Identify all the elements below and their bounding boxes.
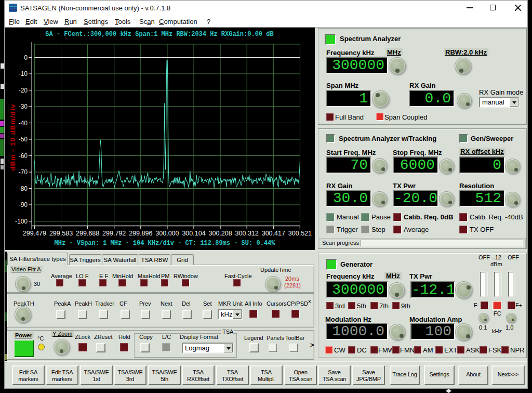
svg-text:-10: -10	[19, 70, 28, 77]
svg-text:MHz - VSpan: 1 MHz - 104 KHz/d: MHz - VSpan: 1 MHz - 104 KHz/div - CT: 1…	[55, 240, 276, 247]
svg-text:-80: -80	[19, 185, 28, 192]
svg-text:-40: -40	[19, 120, 28, 127]
svg-text:300.000: 300.000	[155, 230, 179, 237]
svg-text:SA - FCent.:300,000 kHz Span:1: SA - FCent.:300,000 kHz Span:1 MHz RBW:2…	[45, 31, 273, 38]
svg-text:dBm - 10 dBm/div: dBm - 10 dBm/div	[9, 104, 17, 171]
svg-text:300.208: 300.208	[209, 230, 232, 237]
svg-text:299.792: 299.792	[102, 230, 126, 237]
svg-text:299.479: 299.479	[23, 230, 46, 237]
svg-text:-70: -70	[19, 168, 28, 176]
svg-text:300.104: 300.104	[182, 230, 205, 237]
svg-text:299.896: 299.896	[129, 230, 152, 237]
svg-text:299.583: 299.583	[49, 230, 73, 237]
svg-text:299.688: 299.688	[76, 230, 99, 237]
svg-text:-20: -20	[19, 87, 28, 94]
svg-text:300.417: 300.417	[262, 230, 285, 237]
svg-text:300.521: 300.521	[288, 230, 312, 237]
svg-text:-30: -30	[19, 103, 28, 110]
svg-text:300.312: 300.312	[235, 230, 259, 237]
svg-text:-60: -60	[19, 152, 28, 160]
svg-text:0: 0	[24, 54, 28, 61]
svg-text:-100: -100	[15, 218, 28, 225]
svg-text:-90: -90	[19, 201, 28, 208]
svg-text:-50: -50	[19, 136, 28, 143]
